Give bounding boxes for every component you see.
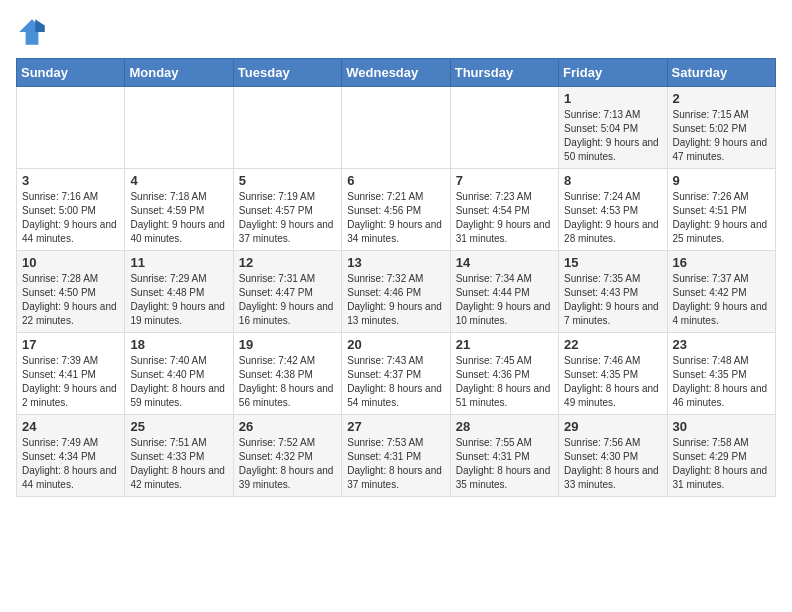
calendar-cell: 15Sunrise: 7:35 AMSunset: 4:43 PMDayligh… (559, 251, 667, 333)
calendar-header-row: SundayMondayTuesdayWednesdayThursdayFrid… (17, 59, 776, 87)
column-header-wednesday: Wednesday (342, 59, 450, 87)
calendar-cell: 16Sunrise: 7:37 AMSunset: 4:42 PMDayligh… (667, 251, 775, 333)
day-number: 9 (673, 173, 770, 188)
calendar-cell (17, 87, 125, 169)
day-number: 24 (22, 419, 119, 434)
day-info: Sunrise: 7:21 AMSunset: 4:56 PMDaylight:… (347, 190, 444, 246)
calendar-cell: 7Sunrise: 7:23 AMSunset: 4:54 PMDaylight… (450, 169, 558, 251)
calendar-cell: 18Sunrise: 7:40 AMSunset: 4:40 PMDayligh… (125, 333, 233, 415)
calendar-cell (450, 87, 558, 169)
calendar-cell: 1Sunrise: 7:13 AMSunset: 5:04 PMDaylight… (559, 87, 667, 169)
calendar-cell: 13Sunrise: 7:32 AMSunset: 4:46 PMDayligh… (342, 251, 450, 333)
calendar-cell: 28Sunrise: 7:55 AMSunset: 4:31 PMDayligh… (450, 415, 558, 497)
day-info: Sunrise: 7:49 AMSunset: 4:34 PMDaylight:… (22, 436, 119, 492)
day-info: Sunrise: 7:34 AMSunset: 4:44 PMDaylight:… (456, 272, 553, 328)
calendar-cell: 6Sunrise: 7:21 AMSunset: 4:56 PMDaylight… (342, 169, 450, 251)
day-info: Sunrise: 7:40 AMSunset: 4:40 PMDaylight:… (130, 354, 227, 410)
day-number: 15 (564, 255, 661, 270)
day-info: Sunrise: 7:51 AMSunset: 4:33 PMDaylight:… (130, 436, 227, 492)
day-number: 10 (22, 255, 119, 270)
calendar-cell: 27Sunrise: 7:53 AMSunset: 4:31 PMDayligh… (342, 415, 450, 497)
day-number: 21 (456, 337, 553, 352)
calendar-cell: 9Sunrise: 7:26 AMSunset: 4:51 PMDaylight… (667, 169, 775, 251)
column-header-sunday: Sunday (17, 59, 125, 87)
day-number: 22 (564, 337, 661, 352)
logo-icon (16, 16, 48, 48)
calendar-cell: 3Sunrise: 7:16 AMSunset: 5:00 PMDaylight… (17, 169, 125, 251)
calendar-cell: 24Sunrise: 7:49 AMSunset: 4:34 PMDayligh… (17, 415, 125, 497)
day-info: Sunrise: 7:29 AMSunset: 4:48 PMDaylight:… (130, 272, 227, 328)
day-number: 8 (564, 173, 661, 188)
day-info: Sunrise: 7:31 AMSunset: 4:47 PMDaylight:… (239, 272, 336, 328)
calendar-cell (233, 87, 341, 169)
day-number: 3 (22, 173, 119, 188)
day-number: 20 (347, 337, 444, 352)
calendar-cell: 4Sunrise: 7:18 AMSunset: 4:59 PMDaylight… (125, 169, 233, 251)
day-number: 17 (22, 337, 119, 352)
calendar-week-row: 3Sunrise: 7:16 AMSunset: 5:00 PMDaylight… (17, 169, 776, 251)
day-number: 4 (130, 173, 227, 188)
calendar-cell: 14Sunrise: 7:34 AMSunset: 4:44 PMDayligh… (450, 251, 558, 333)
day-info: Sunrise: 7:43 AMSunset: 4:37 PMDaylight:… (347, 354, 444, 410)
day-info: Sunrise: 7:13 AMSunset: 5:04 PMDaylight:… (564, 108, 661, 164)
calendar-cell: 23Sunrise: 7:48 AMSunset: 4:35 PMDayligh… (667, 333, 775, 415)
day-info: Sunrise: 7:18 AMSunset: 4:59 PMDaylight:… (130, 190, 227, 246)
day-number: 1 (564, 91, 661, 106)
calendar-cell: 19Sunrise: 7:42 AMSunset: 4:38 PMDayligh… (233, 333, 341, 415)
day-number: 23 (673, 337, 770, 352)
day-number: 2 (673, 91, 770, 106)
day-number: 26 (239, 419, 336, 434)
calendar-week-row: 17Sunrise: 7:39 AMSunset: 4:41 PMDayligh… (17, 333, 776, 415)
day-number: 29 (564, 419, 661, 434)
column-header-friday: Friday (559, 59, 667, 87)
day-info: Sunrise: 7:35 AMSunset: 4:43 PMDaylight:… (564, 272, 661, 328)
day-info: Sunrise: 7:26 AMSunset: 4:51 PMDaylight:… (673, 190, 770, 246)
column-header-saturday: Saturday (667, 59, 775, 87)
day-info: Sunrise: 7:24 AMSunset: 4:53 PMDaylight:… (564, 190, 661, 246)
column-header-thursday: Thursday (450, 59, 558, 87)
day-info: Sunrise: 7:19 AMSunset: 4:57 PMDaylight:… (239, 190, 336, 246)
column-header-tuesday: Tuesday (233, 59, 341, 87)
day-number: 30 (673, 419, 770, 434)
calendar-week-row: 10Sunrise: 7:28 AMSunset: 4:50 PMDayligh… (17, 251, 776, 333)
calendar-cell: 10Sunrise: 7:28 AMSunset: 4:50 PMDayligh… (17, 251, 125, 333)
svg-marker-1 (35, 19, 45, 32)
day-info: Sunrise: 7:56 AMSunset: 4:30 PMDaylight:… (564, 436, 661, 492)
column-header-monday: Monday (125, 59, 233, 87)
day-info: Sunrise: 7:53 AMSunset: 4:31 PMDaylight:… (347, 436, 444, 492)
day-number: 5 (239, 173, 336, 188)
day-number: 19 (239, 337, 336, 352)
day-info: Sunrise: 7:16 AMSunset: 5:00 PMDaylight:… (22, 190, 119, 246)
day-info: Sunrise: 7:58 AMSunset: 4:29 PMDaylight:… (673, 436, 770, 492)
calendar-cell (342, 87, 450, 169)
calendar-cell: 5Sunrise: 7:19 AMSunset: 4:57 PMDaylight… (233, 169, 341, 251)
day-info: Sunrise: 7:15 AMSunset: 5:02 PMDaylight:… (673, 108, 770, 164)
day-number: 25 (130, 419, 227, 434)
calendar-cell: 8Sunrise: 7:24 AMSunset: 4:53 PMDaylight… (559, 169, 667, 251)
calendar-table: SundayMondayTuesdayWednesdayThursdayFrid… (16, 58, 776, 497)
day-number: 11 (130, 255, 227, 270)
day-number: 12 (239, 255, 336, 270)
calendar-cell: 17Sunrise: 7:39 AMSunset: 4:41 PMDayligh… (17, 333, 125, 415)
day-number: 18 (130, 337, 227, 352)
calendar-cell: 22Sunrise: 7:46 AMSunset: 4:35 PMDayligh… (559, 333, 667, 415)
day-number: 28 (456, 419, 553, 434)
calendar-week-row: 24Sunrise: 7:49 AMSunset: 4:34 PMDayligh… (17, 415, 776, 497)
day-info: Sunrise: 7:45 AMSunset: 4:36 PMDaylight:… (456, 354, 553, 410)
calendar-cell: 25Sunrise: 7:51 AMSunset: 4:33 PMDayligh… (125, 415, 233, 497)
calendar-cell: 26Sunrise: 7:52 AMSunset: 4:32 PMDayligh… (233, 415, 341, 497)
logo (16, 16, 52, 48)
day-info: Sunrise: 7:48 AMSunset: 4:35 PMDaylight:… (673, 354, 770, 410)
calendar-week-row: 1Sunrise: 7:13 AMSunset: 5:04 PMDaylight… (17, 87, 776, 169)
day-info: Sunrise: 7:39 AMSunset: 4:41 PMDaylight:… (22, 354, 119, 410)
day-number: 6 (347, 173, 444, 188)
page-header (16, 16, 776, 48)
calendar-cell: 20Sunrise: 7:43 AMSunset: 4:37 PMDayligh… (342, 333, 450, 415)
day-info: Sunrise: 7:46 AMSunset: 4:35 PMDaylight:… (564, 354, 661, 410)
day-number: 27 (347, 419, 444, 434)
day-number: 16 (673, 255, 770, 270)
calendar-cell: 2Sunrise: 7:15 AMSunset: 5:02 PMDaylight… (667, 87, 775, 169)
calendar-cell (125, 87, 233, 169)
calendar-cell: 30Sunrise: 7:58 AMSunset: 4:29 PMDayligh… (667, 415, 775, 497)
day-info: Sunrise: 7:37 AMSunset: 4:42 PMDaylight:… (673, 272, 770, 328)
